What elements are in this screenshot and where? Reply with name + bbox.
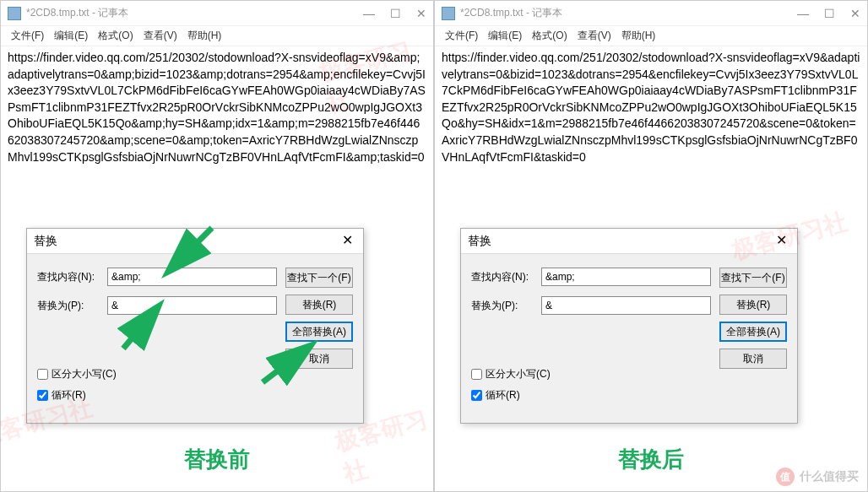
replace-button[interactable]: 替换(R) (719, 295, 787, 315)
dialog-titlebar[interactable]: 替换 ✕ (27, 229, 363, 254)
replace-button[interactable]: 替换(R) (285, 295, 353, 315)
titlebar[interactable]: *2CD8.tmp.txt - 记事本 — ☐ ✕ (1, 1, 433, 26)
match-case-label: 区分大小写(C) (52, 367, 117, 381)
text-content: https://finder.video.qq.com/251/20302/st… (8, 51, 426, 164)
menubar: 文件(F) 编辑(E) 格式(O) 查看(V) 帮助(H) (435, 26, 867, 46)
loop-label: 循环(R) (52, 388, 86, 403)
text-area[interactable]: https://finder.video.qq.com/251/20302/st… (435, 46, 867, 491)
match-case-checkbox[interactable] (37, 369, 48, 380)
caption-before: 替换前 (1, 445, 433, 474)
replace-input[interactable] (541, 296, 711, 315)
text-content: https://finder.video.qq.com/251/20302/st… (442, 51, 860, 164)
window-title: *2CD8.tmp.txt - 记事本 (26, 6, 363, 20)
menu-edit[interactable]: 编辑(E) (51, 27, 91, 45)
loop-checkbox[interactable] (471, 390, 482, 401)
cancel-button[interactable]: 取消 (285, 349, 353, 369)
find-label: 查找内容(N): (37, 270, 100, 284)
maximize-button[interactable]: ☐ (390, 7, 401, 20)
menu-view[interactable]: 查看(V) (140, 27, 181, 45)
find-next-button[interactable]: 查找下一个(F) (285, 268, 353, 288)
menu-file[interactable]: 文件(F) (442, 27, 481, 45)
notepad-icon (8, 7, 21, 20)
menu-help[interactable]: 帮助(H) (184, 27, 225, 45)
menubar: 文件(F) 编辑(E) 格式(O) 查看(V) 帮助(H) (1, 26, 433, 46)
find-next-button[interactable]: 查找下一个(F) (719, 268, 787, 288)
maximize-button[interactable]: ☐ (824, 7, 835, 20)
minimize-button[interactable]: — (363, 7, 375, 20)
site-name: 什么值得买 (800, 469, 859, 484)
find-label: 查找内容(N): (471, 270, 534, 284)
site-badge-icon: 值 (776, 468, 795, 486)
cancel-button[interactable]: 取消 (719, 349, 787, 369)
menu-format[interactable]: 格式(O) (529, 27, 570, 45)
replace-all-button[interactable]: 全部替换(A) (285, 322, 353, 342)
replace-dialog: 替换 ✕ 查找内容(N): 替换为(P): (26, 228, 364, 424)
replace-input[interactable] (107, 296, 277, 315)
dialog-titlebar[interactable]: 替换 ✕ (461, 229, 797, 254)
find-input[interactable] (107, 268, 277, 286)
notepad-icon (442, 7, 455, 20)
site-watermark: 值 什么值得买 (776, 468, 859, 486)
close-icon[interactable]: ✕ (773, 231, 790, 250)
menu-format[interactable]: 格式(O) (95, 27, 136, 45)
dialog-title: 替换 (468, 233, 491, 250)
replace-dialog: 替换 ✕ 查找内容(N): 替换为(P): (460, 228, 798, 424)
loop-checkbox[interactable] (37, 390, 48, 401)
menu-edit[interactable]: 编辑(E) (485, 27, 525, 45)
notepad-window-right: *2CD8.tmp.txt - 记事本 — ☐ ✕ 文件(F) 编辑(E) 格式… (434, 0, 868, 492)
match-case-checkbox[interactable] (471, 369, 482, 380)
minimize-button[interactable]: — (797, 7, 809, 20)
menu-help[interactable]: 帮助(H) (618, 27, 659, 45)
close-button[interactable]: ✕ (850, 7, 860, 20)
text-area[interactable]: https://finder.video.qq.com/251/20302/st… (1, 46, 433, 491)
close-button[interactable]: ✕ (416, 7, 426, 20)
window-title: *2CD8.tmp.txt - 记事本 (460, 6, 797, 20)
notepad-window-left: *2CD8.tmp.txt - 记事本 — ☐ ✕ 文件(F) 编辑(E) 格式… (0, 0, 434, 492)
match-case-label: 区分大小写(C) (486, 367, 551, 381)
loop-label: 循环(R) (486, 388, 520, 403)
close-icon[interactable]: ✕ (339, 231, 356, 250)
replace-all-button[interactable]: 全部替换(A) (719, 322, 787, 342)
titlebar[interactable]: *2CD8.tmp.txt - 记事本 — ☐ ✕ (435, 1, 867, 26)
menu-file[interactable]: 文件(F) (8, 27, 47, 45)
find-input[interactable] (541, 268, 711, 286)
menu-view[interactable]: 查看(V) (574, 27, 615, 45)
dialog-title: 替换 (34, 233, 57, 250)
replace-label: 替换为(P): (471, 299, 534, 313)
replace-label: 替换为(P): (37, 299, 100, 313)
